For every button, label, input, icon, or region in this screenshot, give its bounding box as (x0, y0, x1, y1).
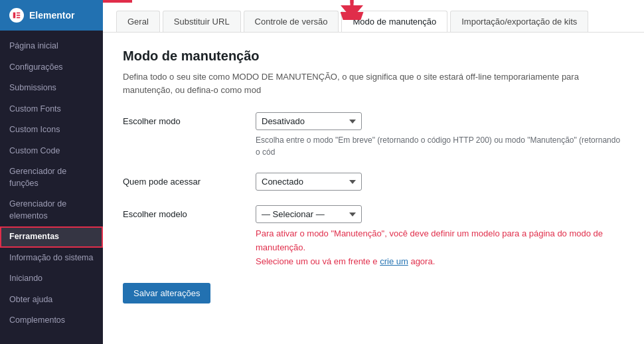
error-line2-prefix: Selecione um ou vá em frente e (256, 256, 380, 266)
error-link[interactable]: crie um (380, 256, 408, 266)
sidebar-item-configuracoes[interactable]: Configurações (0, 57, 103, 78)
main-content: Geral Substituir URL Controle de versão … (103, 0, 644, 344)
label-escolher-modo: Escolher modo (123, 112, 256, 126)
tab-importacao-exportacao[interactable]: Importação/exportação de kits (450, 11, 588, 32)
label-quem-pode-acessar: Quem pode acessar (123, 173, 256, 187)
sidebar-item-obter-ajuda[interactable]: Obter ajuda (0, 290, 103, 311)
svg-rect-0 (13, 13, 16, 19)
tabs-bar: Geral Substituir URL Controle de versão … (103, 3, 644, 33)
svg-rect-3 (17, 17, 20, 19)
sidebar-item-custom-code[interactable]: Custom Code (0, 141, 103, 162)
tab-controle-versao[interactable]: Controle de versão (244, 11, 339, 32)
error-line1: Para ativar o modo "Manutenção", você de… (256, 228, 603, 252)
hint-escolher-modo: Escolha entre o modo "Em breve" (retorna… (256, 134, 624, 158)
error-line2-suffix: agora. (408, 256, 435, 266)
page-body: Modo de manutenção Defina todo o seu sit… (103, 33, 644, 344)
sidebar-nav: Página inicial Configurações Submissions… (0, 31, 103, 344)
form-row-escolher-modelo: Escolher modelo — Selecionar — Para ativ… (123, 205, 624, 268)
control-escolher-modo: Desativado Em breve Manutenção Escolha e… (256, 112, 624, 158)
label-escolher-modelo: Escolher modelo (123, 205, 256, 219)
sidebar-item-custom-icons[interactable]: Custom Icons (0, 120, 103, 141)
select-quem-pode-acessar[interactable]: Conectado Administradores (256, 173, 362, 191)
sidebar-item-complementos[interactable]: Complementos (0, 310, 103, 331)
select-escolher-modo[interactable]: Desativado Em breve Manutenção (256, 112, 362, 130)
sidebar-item-gerenciador-funcoes[interactable]: Gerenciador de funções (0, 161, 103, 194)
save-section: Salvar alterações (123, 283, 624, 303)
elementor-icon (9, 8, 24, 23)
tab-substituir-url[interactable]: Substituir URL (163, 11, 241, 32)
sidebar-item-pagina-inicial[interactable]: Página inicial (0, 36, 103, 57)
sidebar: Elementor Página inicial Configurações S… (0, 0, 103, 344)
select-escolher-modelo[interactable]: — Selecionar — (256, 205, 362, 223)
tabs-section: Geral Substituir URL Controle de versão … (103, 3, 644, 33)
tab-modo-manutencao[interactable]: Modo de manutenção (341, 11, 447, 32)
content-area: Geral Substituir URL Controle de versão … (103, 0, 644, 344)
save-button[interactable]: Salvar alterações (123, 283, 210, 303)
form-row-quem-pode-acessar: Quem pode acessar Conectado Administrado… (123, 173, 624, 191)
sidebar-item-submissions[interactable]: Submissions (0, 78, 103, 99)
sidebar-item-ferramentas[interactable]: Ferramentas (0, 226, 103, 248)
sidebar-header[interactable]: Elementor (0, 0, 103, 31)
page-title: Modo de manutenção (123, 48, 624, 64)
control-quem-pode-acessar: Conectado Administradores (256, 173, 624, 191)
sidebar-item-custom-fonts[interactable]: Custom Fonts (0, 99, 103, 120)
sidebar-item-iniciando[interactable]: Iniciando (0, 268, 103, 290)
svg-rect-2 (17, 15, 20, 16)
sidebar-item-informacao-sistema[interactable]: Informação do sistema (0, 248, 103, 269)
control-escolher-modelo: — Selecionar — Para ativar o modo "Manut… (256, 205, 624, 268)
form-row-escolher-modo: Escolher modo Desativado Em breve Manute… (123, 112, 624, 158)
sidebar-title: Elementor (29, 10, 74, 21)
sidebar-item-gerenciador-elementos[interactable]: Gerenciador de elementos (0, 194, 103, 226)
page-description: Defina todo o seu site como MODO DE MANU… (123, 70, 624, 96)
svg-rect-1 (17, 13, 20, 14)
tab-geral[interactable]: Geral (116, 11, 160, 32)
error-escolher-modelo: Para ativar o modo "Manutenção", você de… (256, 227, 624, 268)
